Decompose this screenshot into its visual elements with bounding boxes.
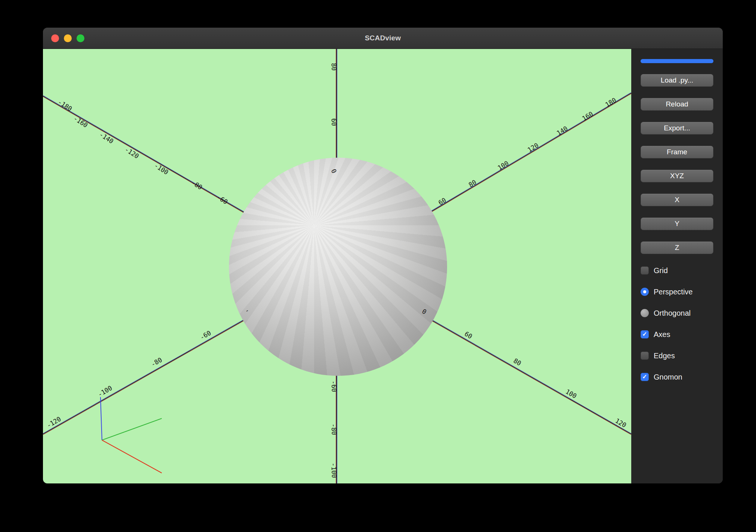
sidebar-buttons: Load .py...ReloadExport...FrameXYZXYZ — [641, 74, 713, 265]
toggle-row-gnomon[interactable]: ✓Gnomon — [641, 372, 713, 382]
sidebar-toggles: GridPerspectiveOrthogonal✓AxesEdges✓Gnom… — [641, 265, 713, 393]
toggle-label-grid: Grid — [654, 266, 668, 275]
sidebar-button-z[interactable]: Z — [641, 241, 713, 254]
toggle-row-orthogonal[interactable]: Orthogonal — [641, 308, 713, 318]
viewport-3d[interactable]: -180-160-140-120-100-80-6060801001201401… — [43, 49, 631, 483]
sidebar-button-frame[interactable]: Frame — [641, 146, 713, 158]
traffic-lights — [51, 28, 84, 49]
toggle-label-orthogonal: Orthogonal — [654, 309, 691, 318]
toggle-row-perspective[interactable]: Perspective — [641, 287, 713, 297]
toggle-row-grid[interactable]: Grid — [641, 265, 713, 276]
titlebar[interactable]: SCADview — [43, 28, 723, 49]
progress-bar[interactable] — [641, 59, 713, 63]
toggle-label-axes: Axes — [654, 330, 670, 339]
radio-orthogonal[interactable] — [641, 309, 649, 317]
sidebar-button-x[interactable]: X — [641, 194, 713, 206]
sidebar-button-y[interactable]: Y — [641, 217, 713, 230]
window-content: -180-160-140-120-100-80-6060801001201401… — [43, 49, 723, 483]
app-window: SCADview -180-160-140-120-100-80-6060801… — [43, 28, 723, 483]
checkbox-axes[interactable]: ✓ — [641, 330, 649, 338]
zoom-button[interactable] — [77, 34, 84, 42]
toggle-row-edges[interactable]: Edges — [641, 350, 713, 361]
sidebar-button-xyz[interactable]: XYZ — [641, 170, 713, 182]
checkbox-gnomon[interactable]: ✓ — [641, 373, 649, 381]
toggle-label-edges: Edges — [654, 352, 675, 360]
sidebar-button-load-py[interactable]: Load .py... — [641, 74, 713, 87]
toggle-row-axes[interactable]: ✓Axes — [641, 329, 713, 340]
close-button[interactable] — [51, 34, 59, 42]
sidebar-button-export[interactable]: Export... — [641, 122, 713, 134]
sidebar: Load .py...ReloadExport...FrameXYZXYZ Gr… — [631, 49, 723, 483]
sphere-object — [229, 158, 447, 376]
toggle-label-gnomon: Gnomon — [654, 373, 682, 381]
window-title: SCADview — [365, 34, 401, 42]
checkbox-edges[interactable] — [641, 352, 649, 360]
minimize-button[interactable] — [64, 34, 72, 42]
toggle-label-perspective: Perspective — [654, 288, 693, 296]
radio-perspective[interactable] — [641, 288, 649, 296]
checkbox-grid[interactable] — [641, 266, 649, 275]
sidebar-button-reload[interactable]: Reload — [641, 98, 713, 111]
radio-dot — [643, 290, 646, 293]
